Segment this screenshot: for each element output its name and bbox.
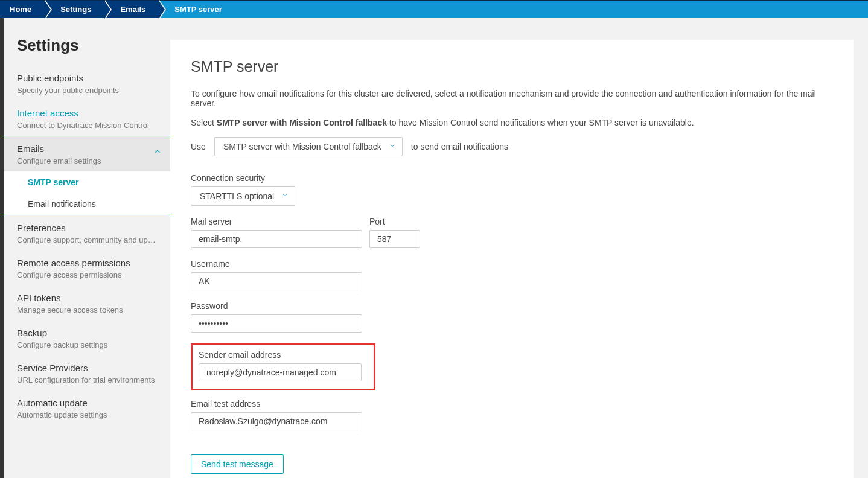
nav-title: Internet access [17, 108, 157, 118]
hint-prefix: Select [191, 118, 217, 127]
nav-automatic-update[interactable]: Automatic update Automatic update settin… [4, 390, 170, 425]
sub-email-notifications[interactable]: Email notifications [4, 193, 170, 215]
nav-title: Service Providers [17, 363, 157, 373]
fallback-hint: Select SMTP server with Mission Control … [191, 118, 833, 127]
sender-email-highlight: Sender email address [191, 343, 375, 390]
test-email-label: Email test address [191, 399, 833, 409]
nav-title: Automatic update [17, 398, 157, 408]
breadcrumb-emails[interactable]: Emails [104, 1, 159, 18]
mail-server-input[interactable] [191, 230, 362, 248]
nav-desc: Configure access permissions [17, 270, 157, 279]
use-label-pre: Use [191, 142, 206, 151]
test-email-input[interactable] [191, 412, 362, 430]
smtp-card: SMTP server To configure how email notif… [170, 40, 854, 478]
breadcrumb-label: Home [10, 5, 31, 14]
nav-desc: Manage secure access tokens [17, 305, 157, 314]
breadcrumb-label: Settings [60, 5, 91, 14]
nav-desc: Connect to Dynatrace Mission Control [17, 121, 157, 130]
nav-title: Preferences [17, 223, 157, 233]
nav-desc: Configure support, community and upda... [17, 235, 157, 244]
username-input[interactable] [191, 272, 362, 290]
nav-title: Remote access permissions [17, 258, 157, 268]
nav-api-tokens[interactable]: API tokens Manage secure access tokens [4, 285, 170, 320]
nav-remote-access[interactable]: Remote access permissions Configure acce… [4, 250, 170, 285]
password-group: Password [191, 301, 833, 333]
password-label: Password [191, 301, 833, 311]
sub-smtp-server[interactable]: SMTP server [4, 171, 170, 193]
page-heading: SMTP server [191, 58, 833, 75]
nav-service-providers[interactable]: Service Providers URL configuration for … [4, 355, 170, 390]
nav-desc: Configure backup settings [17, 340, 157, 349]
sender-email-input[interactable] [199, 363, 362, 381]
nav-desc: Specify your public endpoints [17, 86, 157, 95]
nav-emails[interactable]: Emails Configure email settings [4, 136, 170, 171]
breadcrumb-label: SMTP server [174, 5, 222, 14]
username-group: Username [191, 259, 833, 290]
breadcrumb-settings[interactable]: Settings [45, 1, 104, 18]
sub-item-label: Email notifications [28, 199, 96, 209]
breadcrumb-bar: Home Settings Emails SMTP server [0, 0, 868, 18]
connection-security-group: Connection security STARTTLS optional [191, 173, 833, 206]
use-label-post: to send email notifications [411, 142, 508, 151]
select-value: SMTP server with Mission Control fallbac… [223, 142, 381, 151]
main-content-wrap: SMTP server To configure how email notif… [170, 18, 868, 478]
button-label: Send test message [201, 459, 273, 469]
breadcrumb-smtp-server: SMTP server [159, 1, 235, 18]
connection-security-select[interactable]: STARTTLS optional [191, 186, 295, 206]
nav-desc: URL configuration for trial environments [17, 375, 157, 384]
nav-title: Backup [17, 328, 157, 338]
use-row: Use SMTP server with Mission Control fal… [191, 137, 833, 156]
username-label: Username [191, 259, 833, 269]
nav-internet-access[interactable]: Internet access Connect to Dynatrace Mis… [4, 101, 170, 136]
sidebar-title: Settings [4, 36, 170, 66]
password-input[interactable] [191, 314, 362, 333]
nav-title: API tokens [17, 293, 157, 303]
nav-emails-subitems: SMTP server Email notifications [4, 171, 170, 215]
connection-security-label: Connection security [191, 173, 833, 183]
chevron-down-icon [389, 141, 396, 151]
hint-suffix: to have Mission Control send notificatio… [387, 118, 694, 127]
intro-text: To configure how email notifications for… [191, 89, 833, 108]
settings-sidebar: Settings Public endpoints Specify your p… [0, 18, 170, 478]
nav-public-endpoints[interactable]: Public endpoints Specify your public end… [4, 66, 170, 101]
sub-item-label: SMTP server [28, 177, 79, 187]
test-email-group: Email test address [191, 399, 833, 430]
nav-title: Public endpoints [17, 73, 157, 83]
nav-desc: Automatic update settings [17, 410, 157, 419]
sender-email-group: Sender email address [199, 350, 368, 381]
mail-server-label: Mail server [191, 217, 362, 226]
nav-desc: Configure email settings [17, 156, 157, 165]
send-test-button[interactable]: Send test message [191, 454, 284, 474]
sender-email-label: Sender email address [199, 350, 368, 360]
chevron-up-icon [153, 147, 162, 156]
port-input[interactable] [369, 230, 420, 248]
nav-preferences[interactable]: Preferences Configure support, community… [4, 215, 170, 250]
chevron-down-icon [281, 191, 289, 200]
port-label: Port [369, 217, 420, 226]
mail-server-port-group: Mail server Port [191, 217, 833, 248]
nav-title: Emails [17, 144, 157, 154]
nav-backup[interactable]: Backup Configure backup settings [4, 320, 170, 355]
notification-mechanism-select[interactable]: SMTP server with Mission Control fallbac… [214, 137, 403, 156]
hint-bold: SMTP server with Mission Control fallbac… [217, 118, 387, 127]
breadcrumb-home[interactable]: Home [0, 1, 45, 18]
breadcrumb-label: Emails [120, 5, 145, 14]
select-value: STARTTLS optional [200, 191, 274, 201]
